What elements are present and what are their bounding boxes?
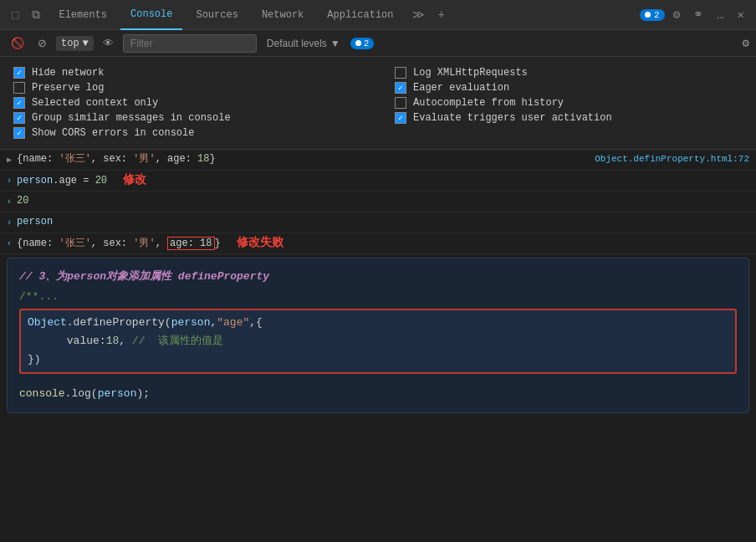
context-selector[interactable]: top ▼	[56, 36, 94, 51]
code-define-line1: Object.defineProperty(person,"age",{	[28, 314, 728, 332]
console-badge-count: 2	[364, 38, 370, 49]
console-badge-dot	[355, 40, 361, 46]
clear-console-button[interactable]: 🚫	[7, 34, 28, 52]
inspect-icon[interactable]: ⬚	[7, 4, 23, 25]
device-icon[interactable]: ⧉	[27, 5, 45, 25]
annotation-modify: 修改	[123, 173, 146, 187]
tab-console[interactable]: Console	[120, 0, 182, 30]
levels-label: Default levels	[267, 38, 327, 49]
setting-hide-network[interactable]: ✓ Hide network	[13, 65, 361, 80]
close-icon[interactable]: ✕	[733, 4, 749, 25]
cb-cors-errors[interactable]: ✓	[13, 127, 25, 139]
cb-log-xhr-label: Log XMLHttpRequests	[413, 67, 528, 79]
arrow-2: ›	[7, 174, 12, 189]
more-tabs-icon[interactable]: ≫	[407, 4, 430, 25]
line-1-content: {name: '张三', sex: '男', age: 18}	[17, 151, 578, 166]
cb-eager-eval[interactable]: ✓	[395, 82, 406, 94]
tab-sources[interactable]: Sources	[186, 0, 248, 30]
console-line-2: › person.age = 20 修改	[0, 171, 756, 192]
line-2-content: person.age = 20 修改	[17, 172, 749, 188]
console-line-3: ‹ 20	[0, 192, 756, 212]
line-5-content: {name: '张三', sex: '男', age: 18} 修改失败	[17, 235, 749, 251]
settings-panel: ✓ Hide network Preserve log ✓ Selected c…	[0, 57, 756, 150]
arrow-5: ‹	[7, 237, 12, 252]
setting-evaluate-triggers[interactable]: ✓ Evaluate triggers user activation	[395, 110, 743, 125]
setting-selected-context[interactable]: ✓ Selected context only	[13, 95, 361, 110]
cb-hide-network-label: Hide network	[32, 67, 104, 79]
code-highlighted-block: Object.defineProperty(person,"age",{ val…	[19, 309, 737, 374]
eye-icon[interactable]: 👁	[99, 34, 118, 52]
cb-preserve-log-label: Preserve log	[32, 82, 104, 94]
setting-eager-eval[interactable]: ✓ Eager evaluation	[395, 80, 743, 95]
add-panel-icon[interactable]: +	[433, 5, 450, 25]
cb-evaluate-triggers-label: Evaluate triggers user activation	[413, 112, 612, 124]
settings-icon[interactable]: ⚙	[668, 4, 685, 25]
cb-selected-context-label: Selected context only	[32, 97, 158, 109]
code-block: // 3、为person对象添加属性 defineProperty /**...…	[7, 258, 749, 413]
line-1-link[interactable]: Object.definProperty.html:72	[578, 151, 749, 166]
code-jsdoc: /**...	[19, 287, 737, 307]
line-4-content: person	[17, 214, 749, 229]
code-console-log: console.log(person);	[19, 384, 737, 404]
cb-selected-context[interactable]: ✓	[13, 97, 25, 109]
cb-log-xhr[interactable]	[395, 67, 406, 79]
cb-eager-eval-label: Eager evaluation	[413, 82, 509, 94]
stop-icon[interactable]: ⊘	[33, 34, 51, 52]
setting-log-xhr[interactable]: Log XMLHttpRequests	[395, 65, 743, 80]
levels-arrow: ▼	[330, 38, 340, 49]
arrow-4: ›	[7, 216, 12, 231]
cb-group-similar-label: Group similar messages in console	[32, 112, 231, 124]
console-line-5: ‹ {name: '张三', sex: '男', age: 18} 修改失败	[0, 233, 756, 254]
settings-left: ✓ Hide network Preserve log ✓ Selected c…	[13, 65, 361, 141]
more-options-icon[interactable]: …	[712, 5, 728, 25]
cb-autocomplete[interactable]	[395, 97, 406, 109]
cb-evaluate-triggers[interactable]: ✓	[395, 112, 406, 124]
cb-autocomplete-label: Autocomplete from history	[413, 97, 564, 109]
cb-hide-network[interactable]: ✓	[13, 67, 25, 79]
setting-autocomplete[interactable]: Autocomplete from history	[395, 95, 743, 110]
main-content: 🚫 ⊘ top ▼ 👁 Default levels ▼ 2 ⚙ ✓ Hide …	[0, 30, 756, 542]
age-highlight: age: 18	[167, 237, 214, 250]
setting-group-similar[interactable]: ✓ Group similar messages in console	[13, 110, 361, 125]
levels-dropdown[interactable]: Default levels ▼	[262, 36, 345, 51]
cb-group-similar[interactable]: ✓	[13, 112, 25, 124]
cb-cors-errors-label: Show CORS errors in console	[32, 127, 194, 139]
code-spacer	[19, 376, 737, 384]
setting-preserve-log[interactable]: Preserve log	[13, 80, 361, 95]
context-dropdown-icon: ▼	[83, 38, 89, 49]
issue-badge[interactable]: 2	[640, 9, 665, 21]
tab-application[interactable]: Application	[317, 0, 403, 30]
context-value: top	[61, 38, 79, 49]
code-comment: // 3、为person对象添加属性 defineProperty	[19, 267, 737, 287]
filter-input[interactable]	[123, 34, 257, 53]
code-define-line2: value:18, // 该属性的值是	[28, 332, 728, 350]
cb-preserve-log[interactable]	[13, 82, 25, 94]
console-output: ▶ {name: '张三', sex: '男', age: 18} Object…	[0, 150, 756, 542]
arrow-1: ▶	[7, 153, 12, 168]
badge-dot	[645, 12, 651, 18]
badge-count: 2	[654, 10, 660, 20]
tab-network[interactable]: Network	[252, 0, 314, 30]
console-settings-icon[interactable]: ⚙	[743, 36, 749, 50]
console-badge: 2	[350, 38, 375, 49]
settings-right: Log XMLHttpRequests ✓ Eager evaluation A…	[395, 65, 743, 141]
code-define-line3: })	[28, 350, 728, 369]
tab-elements[interactable]: Elements	[49, 0, 117, 30]
console-toolbar: 🚫 ⊘ top ▼ 👁 Default levels ▼ 2 ⚙	[0, 30, 756, 57]
setting-cors-errors[interactable]: ✓ Show CORS errors in console	[13, 125, 361, 141]
arrow-3: ‹	[7, 195, 12, 210]
console-line-4: › person	[0, 212, 756, 233]
profile-icon[interactable]: ⚭	[688, 4, 708, 25]
console-line-1: ▶ {name: '张三', sex: '男', age: 18} Object…	[0, 150, 756, 171]
annotation-fail: 修改失败	[237, 236, 284, 249]
line-3-content: 20	[17, 193, 749, 208]
top-nav-bar: ⬚ ⧉ Elements Console Sources Network App…	[0, 0, 756, 30]
